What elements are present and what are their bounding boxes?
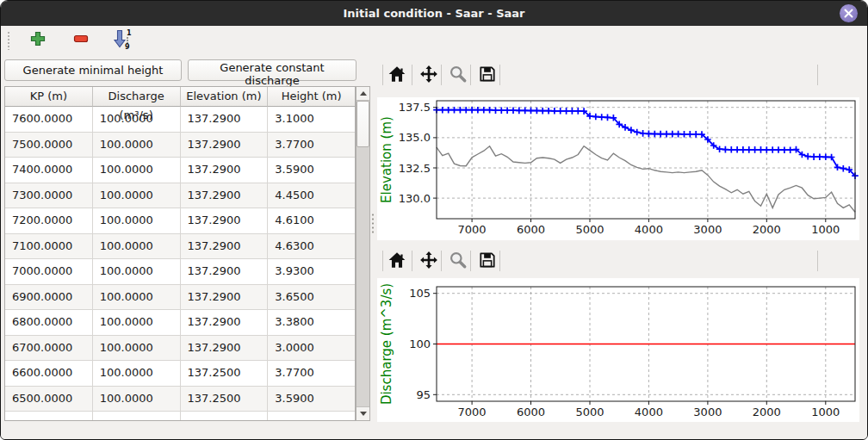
scrollbar-down-button[interactable]	[356, 406, 369, 420]
svg-text:135.0: 135.0	[399, 131, 431, 144]
svg-text:4000: 4000	[635, 406, 663, 418]
table-cell[interactable]: 7600.0000	[5, 107, 93, 133]
table-cell[interactable]: 100.0000	[93, 234, 181, 260]
zoom-button[interactable]	[447, 64, 469, 86]
table-cell[interactable]: 137.2900	[181, 158, 269, 183]
table-cell[interactable]: 6700.0000	[5, 336, 93, 362]
zoom-button[interactable]	[447, 250, 469, 272]
table-row: 6800.0000100.0000137.29003.3800	[5, 310, 355, 336]
table-cell[interactable]: 7300.0000	[5, 183, 93, 209]
table-cell[interactable]	[5, 412, 93, 421]
main-toolbar: 1 9	[1, 26, 867, 54]
table-cell[interactable]: 137.2900	[181, 336, 269, 362]
table-cell[interactable]: 6500.0000	[5, 387, 93, 412]
pan-icon	[419, 251, 438, 270]
discharge-plot-canvas[interactable]: 700060005000400030002000100010510095Disc…	[377, 278, 859, 422]
save-icon	[478, 251, 497, 270]
toolbar-separator	[817, 65, 818, 85]
table-cell[interactable]: 137.2500	[181, 387, 269, 412]
table-cell[interactable]: 7500.0000	[5, 133, 93, 158]
table-cell[interactable]: 137.2500	[181, 361, 269, 387]
table-cell[interactable]: 100.0000	[93, 158, 181, 183]
column-header[interactable]: KP (m)	[5, 87, 93, 107]
discharge-plot-toolbar	[377, 249, 859, 273]
pan-button[interactable]	[418, 250, 440, 272]
table-cell[interactable]: 3.7700	[268, 133, 355, 158]
table-cell[interactable]: 3.7700	[268, 361, 355, 387]
add-row-button[interactable]	[27, 28, 49, 51]
toolbar-drag-handle[interactable]	[7, 31, 10, 50]
scrollbar-thumb[interactable]	[356, 101, 369, 147]
table-cell[interactable]: 4.6100	[268, 208, 355, 234]
up-arrow-icon	[360, 91, 367, 96]
column-header[interactable]: Discharge (m³/s)	[93, 87, 181, 107]
table-cell[interactable]: 7000.0000	[5, 259, 93, 285]
table-cell[interactable]: 100.0000	[93, 133, 181, 158]
table-cell[interactable]: 100.0000	[93, 285, 181, 311]
svg-text:6000: 6000	[517, 223, 545, 236]
table-cell[interactable]: 100.0000	[93, 208, 181, 234]
table-row: 6700.0000100.0000137.29003.0000	[5, 336, 355, 362]
table-cell[interactable]: 6800.0000	[5, 310, 93, 336]
splitter-handle[interactable]	[371, 213, 375, 233]
table-cell[interactable]: 137.2900	[181, 259, 269, 285]
svg-text:5000: 5000	[575, 406, 604, 418]
table-cell[interactable]: 100.0000	[93, 107, 181, 133]
toolbar-separator	[441, 65, 442, 85]
table-cell[interactable]: 100.0000	[93, 387, 181, 412]
table-cell[interactable]: 137.2900	[181, 208, 269, 234]
table-cell[interactable]: 6900.0000	[5, 285, 93, 311]
toolbar-separator	[470, 251, 471, 271]
table-cell[interactable]: 7100.0000	[5, 234, 93, 260]
generate-minimal-height-button[interactable]: Generate minimal height	[4, 59, 182, 81]
table-cell[interactable]: 3.5900	[268, 387, 355, 412]
home-button[interactable]	[386, 250, 408, 272]
save-button[interactable]	[476, 250, 499, 272]
table-cell[interactable]: 137.2900	[181, 234, 269, 260]
table-cell[interactable]: 3.9300	[268, 259, 355, 285]
table-cell[interactable]: 4.6300	[268, 234, 355, 260]
table-cell[interactable]	[181, 412, 269, 421]
pan-button[interactable]	[418, 64, 440, 86]
table-cell[interactable]: 3.5900	[268, 158, 355, 183]
table-scrollbar[interactable]	[356, 86, 370, 421]
svg-text:9: 9	[125, 43, 130, 50]
table-cell[interactable]: 7200.0000	[5, 208, 93, 234]
home-button[interactable]	[386, 64, 408, 86]
table-cell[interactable]	[93, 412, 181, 421]
titlebar[interactable]: Initial condition - Saar - Saar	[1, 1, 867, 27]
table-cell[interactable]: 137.2900	[181, 133, 269, 158]
save-button[interactable]	[476, 64, 499, 86]
close-button[interactable]	[840, 4, 858, 22]
svg-text:7000: 7000	[458, 406, 487, 418]
remove-row-button[interactable]	[70, 28, 92, 51]
table-cell[interactable]: 6600.0000	[5, 361, 93, 387]
table-cell[interactable]: 100.0000	[93, 310, 181, 336]
table-cell[interactable]: 137.2900	[181, 183, 269, 209]
table-cell[interactable]: 137.2900	[181, 107, 269, 133]
generate-constant-discharge-button[interactable]: Generate constant discharge	[188, 59, 356, 81]
table-cell[interactable]: 7400.0000	[5, 158, 93, 183]
table-cell[interactable]: 3.1000	[268, 107, 355, 133]
column-header[interactable]: Height (m)	[268, 87, 355, 107]
table-cell[interactable]: 100.0000	[93, 336, 181, 362]
table-cell[interactable]: 137.2900	[181, 310, 269, 336]
table-cell[interactable]: 100.0000	[93, 183, 181, 209]
scrollbar-up-button[interactable]	[356, 87, 369, 101]
table-cell[interactable]: 137.2900	[181, 285, 269, 311]
table-cell[interactable]	[268, 412, 355, 421]
table-cell[interactable]: 3.6500	[268, 285, 355, 311]
table-row: 7300.0000100.0000137.29004.4500	[5, 183, 355, 209]
table-cell[interactable]: 100.0000	[93, 259, 181, 285]
table-cell[interactable]: 100.0000	[93, 361, 181, 387]
add-icon	[30, 31, 46, 46]
table-cell[interactable]: 3.0000	[268, 336, 355, 362]
initial-condition-table: KP (m)Discharge (m³/s)Elevation (m)Heigh…	[4, 86, 356, 421]
column-header[interactable]: Elevation (m)	[181, 87, 269, 107]
elevation-plot-canvas[interactable]: 7000600050004000300020001000137.5135.013…	[377, 97, 859, 240]
svg-text:3000: 3000	[693, 406, 722, 418]
table-cell[interactable]: 3.3800	[268, 310, 355, 336]
table-row: 7000.0000100.0000137.29003.9300	[5, 259, 355, 285]
table-cell[interactable]: 4.4500	[268, 183, 355, 209]
sort-rows-button[interactable]: 1 9	[111, 28, 133, 51]
